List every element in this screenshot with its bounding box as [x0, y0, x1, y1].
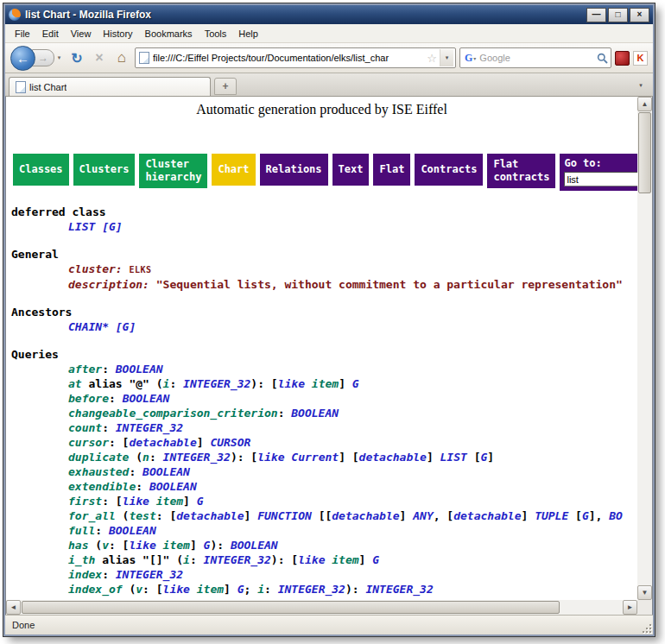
stop-button[interactable]: × [90, 48, 109, 67]
doc-button-chart[interactable]: Chart [212, 154, 255, 186]
section-header: Queries [6, 347, 637, 362]
new-tab-button[interactable]: + [214, 78, 237, 95]
code-segment: : [109, 392, 123, 405]
tab-page-icon [16, 81, 26, 93]
url-text[interactable]: file:///C:/Eiffel Projects/tour/Document… [153, 53, 424, 63]
resize-grip[interactable] [641, 622, 652, 634]
home-button[interactable]: ⌂ [112, 48, 131, 67]
history-dropdown[interactable]: ▾ [54, 50, 64, 66]
scroll-left-button[interactable]: ◄ [6, 600, 21, 615]
search-input[interactable]: Google [479, 53, 597, 63]
code-segment: detachable [453, 509, 521, 522]
menu-bookmarks[interactable]: Bookmarks [139, 26, 199, 41]
code-segment: : [102, 363, 116, 376]
doc-button-flat[interactable]: Flat [373, 154, 410, 186]
menu-history[interactable]: History [97, 26, 138, 41]
menu-edit[interactable]: Edit [36, 26, 65, 41]
code-segment: INTEGER_32 [116, 568, 183, 581]
menu-view[interactable]: View [65, 26, 98, 41]
menu-file[interactable]: File [9, 26, 36, 41]
doc-button-label: Text [339, 163, 364, 176]
code-segment: ): [ [231, 451, 257, 464]
code-segment: test [129, 509, 155, 522]
doc-button-classes[interactable]: Classes [13, 154, 69, 186]
page-title: Automatic generation produced by ISE Eif… [6, 102, 637, 119]
code-segment: INTEGER_32 [278, 583, 345, 596]
code-segment: ): [345, 583, 365, 596]
search-bar[interactable]: G ▾ Google [459, 47, 611, 68]
code-segment: ] [487, 451, 494, 464]
url-dropdown-button[interactable]: ▾ [440, 49, 453, 66]
horizontal-scrollbar[interactable]: ◄ ► [6, 600, 637, 615]
code-segment: like [163, 583, 190, 596]
vertical-scroll-thumb[interactable] [638, 112, 651, 193]
code-segment: BOOLEAN [231, 539, 278, 552]
code-segment: G [582, 509, 589, 522]
code-segment: index_of [68, 583, 123, 596]
vertical-scrollbar[interactable]: ▲ ▼ [637, 97, 652, 600]
doc-button-label: Contracts [421, 163, 477, 176]
code-segment: : [ [109, 436, 129, 449]
code-segment: full [68, 524, 95, 537]
code-segment: ANY [413, 509, 433, 522]
code-segment: ] [224, 583, 238, 596]
code-segment [95, 553, 102, 566]
code-segment: has [68, 539, 88, 552]
extension-icon-k[interactable]: K [633, 51, 648, 66]
horizontal-scroll-thumb[interactable] [22, 601, 560, 614]
search-magnifier-icon[interactable] [597, 53, 608, 64]
code-line: exhausted: BOOLEAN [6, 464, 637, 479]
code-segment: : [190, 553, 204, 566]
code-line: extendible: BOOLEAN [6, 479, 637, 494]
minimize-button[interactable]: — [586, 8, 606, 22]
menu-tools[interactable]: Tools [199, 26, 233, 41]
window-controls: — □ × [586, 8, 649, 22]
code-segment: TUPLE [535, 509, 568, 522]
code-segment: BOOLEAN [123, 392, 170, 405]
scroll-right-button[interactable]: ► [623, 600, 637, 615]
refresh-button[interactable]: ↻ [67, 48, 86, 67]
doc-button-label: Flat [379, 163, 404, 176]
section-header: General [6, 247, 637, 262]
code-segment: ): [ [250, 377, 277, 390]
code-segment: ] [244, 509, 258, 522]
bookmark-star-icon[interactable]: ☆ [427, 52, 437, 65]
code-line: at alias "@" (i: INTEGER_32): [like item… [6, 376, 637, 391]
code-segment: ELKS [129, 265, 151, 275]
code-segment: item [197, 583, 224, 596]
doc-button-text[interactable]: Text [332, 154, 370, 186]
goto-input[interactable] [564, 172, 637, 186]
code-segment: i_th [68, 553, 95, 566]
code-segment: like [298, 553, 325, 566]
menu-help[interactable]: Help [232, 26, 264, 41]
url-bar[interactable]: file:///C:/Eiffel Projects/tour/Document… [135, 47, 456, 68]
doc-button-flat-contracts[interactable]: Flatcontracts [487, 154, 555, 188]
list-all-tabs-button[interactable]: ▾ [632, 77, 649, 94]
back-button[interactable]: ← [10, 46, 35, 71]
code-segment [190, 583, 197, 596]
scroll-down-button[interactable]: ▼ [637, 585, 652, 600]
tab-list-chart[interactable]: list Chart [9, 77, 211, 96]
code-segment: cluster: [68, 262, 129, 275]
maximize-button[interactable]: □ [608, 8, 628, 22]
browser-window: list Chart - Mozilla Firefox — □ × FileE… [3, 3, 655, 636]
code-line: index_of (v: [like item] G; i: INTEGER_3… [6, 582, 637, 597]
code-segment: G [372, 553, 379, 566]
code-line: duplicate (n: INTEGER_32): [like Current… [6, 450, 637, 464]
doc-button-cluster-hierarchy[interactable]: Clusterhierarchy [139, 154, 207, 188]
close-button[interactable]: × [630, 8, 649, 22]
title-bar[interactable]: list Chart - Mozilla Firefox — □ × [5, 5, 653, 24]
code-line: cluster: ELKS [6, 262, 637, 277]
code-segment: ): [ [271, 553, 298, 566]
code-segment: ] [339, 377, 352, 390]
code-segment: : [136, 480, 149, 493]
extension-icon-red[interactable] [615, 51, 630, 66]
doc-button-relations[interactable]: Relations [260, 154, 328, 186]
code-segment: detachable [176, 509, 244, 522]
search-engine-dropdown[interactable]: ▾ [473, 55, 476, 61]
doc-button-contracts[interactable]: Contracts [415, 154, 483, 186]
code-segment: duplicate [68, 451, 129, 464]
code-segment: item [332, 553, 358, 566]
scroll-up-button[interactable]: ▲ [637, 97, 652, 111]
doc-button-clusters[interactable]: Clusters [73, 154, 136, 186]
